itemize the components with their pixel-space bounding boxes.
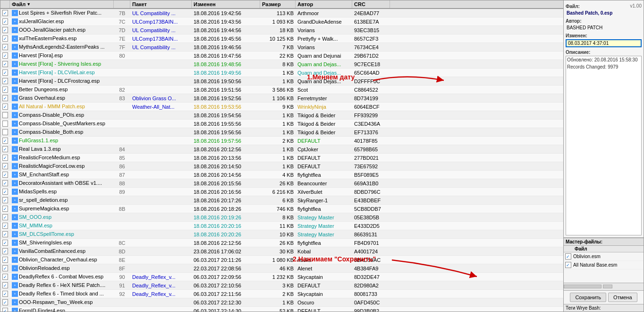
table-row[interactable]: + Lost Spires + Silverfish River Patc...… — [0, 9, 563, 17]
checkbox-icon[interactable] — [2, 248, 8, 254]
checkbox-icon[interactable] — [2, 18, 8, 25]
row-checkbox[interactable] — [0, 214, 10, 221]
table-row[interactable]: + OOO-JerallGlacier patch.esp 7D UL Comp… — [0, 26, 563, 35]
table-row[interactable]: + RealisticMagicForceLow.esp 86 18.08.20… — [0, 162, 563, 171]
checkbox-icon[interactable] — [2, 52, 8, 59]
row-checkbox[interactable] — [0, 103, 10, 110]
row-checkbox[interactable] — [0, 180, 10, 187]
table-row[interactable]: + All Natural - MMM Patch.esp Weather-Al… — [0, 103, 563, 111]
header-modified[interactable]: Изменен — [192, 0, 260, 8]
table-row[interactable]: + SM_MMM.esp 18.08.2016 20:20:16 11 KB S… — [0, 222, 563, 230]
row-checkbox[interactable] — [0, 307, 10, 312]
checkbox-icon[interactable] — [2, 112, 8, 118]
checkbox-icon[interactable] — [2, 189, 8, 195]
row-checkbox[interactable] — [0, 154, 10, 161]
master-check-icon[interactable] — [565, 262, 571, 268]
checkbox-icon[interactable] — [2, 95, 8, 101]
cancel-button[interactable]: Отмена — [608, 293, 637, 302]
table-row[interactable]: + VanillaCombatEnhanced.esp 8D 23.08.201… — [0, 247, 563, 256]
table-row[interactable]: + OOO-Respawn_Two_Week.esp 06.03.2017 22… — [0, 298, 563, 307]
table-row[interactable]: + DeadlyReflex 6 - Combat Moves.esp 90 D… — [0, 273, 563, 281]
table-row[interactable]: + Compass-Disable_POIs.esp 18.08.2016 19… — [0, 111, 563, 120]
row-checkbox[interactable] — [0, 9, 10, 17]
header-author[interactable]: Автор — [296, 0, 352, 8]
checkbox-icon[interactable] — [2, 146, 8, 152]
row-checkbox[interactable] — [0, 112, 10, 119]
header-name[interactable]: Файл ▼ — [10, 0, 114, 8]
table-row[interactable]: + Grass Overhaul.esp 83 Oblivion Grass O… — [0, 94, 563, 103]
header-check[interactable] — [0, 0, 10, 8]
table-row[interactable]: + Harvest [Flora] - Shivering Isles.esp … — [0, 60, 563, 69]
row-checkbox[interactable] — [0, 69, 10, 76]
checkbox-icon[interactable] — [2, 308, 8, 312]
checkbox-icon[interactable] — [2, 10, 8, 16]
checkbox-icon[interactable] — [2, 104, 8, 110]
row-checkbox[interactable] — [0, 146, 10, 153]
table-row[interactable]: + Better Dungeons.esp 82 18.08.2016 19:5… — [0, 86, 563, 94]
checkbox-icon[interactable] — [2, 138, 8, 144]
row-checkbox[interactable] — [0, 265, 10, 272]
table-row[interactable]: + xulJerallGlacier.esp 7C ULComp173BAIN.… — [0, 17, 563, 26]
row-checkbox[interactable] — [0, 205, 10, 212]
checkbox-icon[interactable] — [2, 206, 8, 212]
checkbox-icon[interactable] — [2, 223, 8, 229]
table-row[interactable]: + SM_OOO.esp 18.08.2016 20:19:26 8 KB St… — [0, 213, 563, 222]
row-checkbox[interactable] — [0, 86, 10, 93]
header-size[interactable]: Размер — [260, 0, 296, 8]
row-checkbox[interactable] — [0, 129, 10, 136]
header-crc[interactable]: CRC — [352, 0, 390, 8]
checkbox-icon[interactable] — [2, 69, 8, 76]
checkbox-icon[interactable] — [2, 61, 8, 67]
checkbox-icon[interactable] — [2, 240, 8, 246]
table-row[interactable]: + MythsAndLegends2-EasternPeaks ... 7F U… — [0, 43, 563, 52]
checkbox-icon[interactable] — [2, 214, 8, 220]
masters-list[interactable]: Oblivion.esm All Natural Base.esm — [564, 252, 644, 283]
checkbox-icon[interactable] — [2, 121, 8, 127]
checkbox-icon[interactable] — [2, 163, 8, 169]
checkbox-icon[interactable] — [2, 27, 8, 33]
row-checkbox[interactable] — [0, 18, 10, 25]
master-row[interactable]: All Natural Base.esm — [564, 261, 644, 269]
checkbox-icon[interactable] — [2, 291, 8, 297]
checkbox-icon[interactable] — [2, 87, 8, 93]
checkbox-icon[interactable] — [2, 78, 8, 84]
checkbox-icon[interactable] — [2, 172, 8, 178]
table-row[interactable]: + MidasSpells.esp 89 18.08.2016 20:16:56… — [0, 188, 563, 196]
table-row[interactable]: + Oblivion_Character_Overhaul.esp 8E 06.… — [0, 256, 563, 264]
table-row[interactable]: + Compass-Disable_Both.esp 18.08.2016 19… — [0, 128, 563, 137]
table-row[interactable]: + DecoratorAssistant with OBSE v1.... 88… — [0, 179, 563, 188]
checkbox-icon[interactable] — [2, 44, 8, 50]
checkbox-icon[interactable] — [2, 282, 8, 288]
row-checkbox[interactable] — [0, 137, 10, 144]
checkbox-icon[interactable] — [2, 129, 8, 135]
table-row[interactable]: + Real Lava 1.3.esp 84 18.08.2016 20:12:… — [0, 145, 563, 154]
table-row[interactable]: + Harvest [Flora] - DLCVileLair.esp 18.0… — [0, 69, 563, 77]
row-checkbox[interactable] — [0, 239, 10, 246]
table-row[interactable]: + Harvest [Flora].esp 80 18.08.2016 19:4… — [0, 52, 563, 60]
table-row[interactable]: + RealisticForceMedium.esp 85 18.08.2016… — [0, 154, 563, 162]
table-row[interactable]: + xulTheEasternPeaks.esp 7E ULComp173BAI… — [0, 35, 563, 43]
table-row[interactable]: + SM_DLCSpellTome.esp 18.08.2016 20:20:2… — [0, 230, 563, 239]
header-index[interactable] — [114, 0, 130, 8]
row-checkbox[interactable] — [0, 256, 10, 263]
table-row[interactable]: + FormID Finder4.esp 06.03.2017 22:14:30… — [0, 307, 563, 312]
table-row[interactable]: + Deadly Reflex 6 - Timed block and ... … — [0, 290, 563, 298]
checkbox-icon[interactable] — [2, 299, 8, 305]
checkbox-icon[interactable] — [2, 197, 8, 203]
table-row[interactable]: + Deadly Reflex 6 - HeX NifSE Patch.... … — [0, 281, 563, 290]
table-row[interactable]: + sr_spell_deletion.esp 18.08.2016 20:17… — [0, 196, 563, 205]
checkbox-icon[interactable] — [2, 274, 8, 280]
row-checkbox[interactable] — [0, 197, 10, 204]
table-body[interactable]: + Lost Spires + Silverfish River Patc...… — [0, 9, 563, 312]
table-row[interactable]: + SM_ShiveringIsles.esp 8C 18.08.2016 22… — [0, 239, 563, 247]
row-checkbox[interactable] — [0, 231, 10, 238]
checkbox-icon[interactable] — [2, 155, 8, 161]
save-button[interactable]: Сохранить — [570, 293, 606, 302]
checkbox-icon[interactable] — [2, 257, 8, 263]
checkbox-icon[interactable] — [2, 265, 8, 271]
modified-input[interactable] — [566, 39, 642, 47]
master-row[interactable]: Oblivion.esm — [564, 252, 644, 261]
row-checkbox[interactable] — [0, 273, 10, 280]
row-checkbox[interactable] — [0, 61, 10, 68]
row-checkbox[interactable] — [0, 95, 10, 102]
